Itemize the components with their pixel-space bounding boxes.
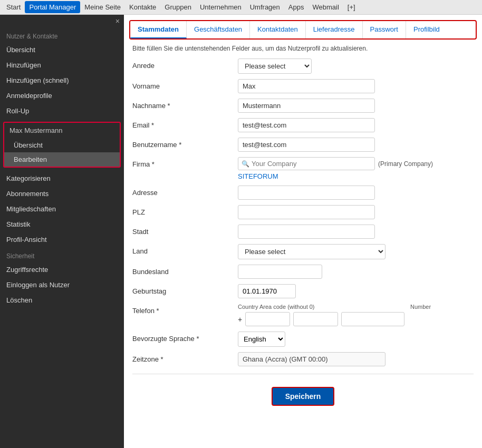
sidebar-item-mitgliedschaften[interactable]: Mitgliedschaften — [0, 201, 124, 217]
adresse-row: Adresse — [132, 186, 474, 200]
geburtstag-label: Geburtstag — [132, 284, 238, 295]
form-divider — [132, 374, 474, 374]
phone-country-label: Country Area code (without 0) — [238, 304, 406, 310]
nav-unternehmen[interactable]: Unternehmen — [196, 1, 246, 13]
tab-lieferadresse[interactable]: Lieferadresse — [306, 21, 363, 38]
nachname-control — [238, 99, 474, 113]
save-btn-row: Speichern — [132, 382, 474, 416]
geburtstag-input[interactable] — [238, 284, 296, 298]
nachname-label: Nachname * — [132, 99, 238, 110]
sidebar-item-ubersicht-top[interactable]: Übersicht — [0, 42, 124, 57]
bundesland-row: Bundesland — [132, 265, 474, 279]
benutzername-row: Benutzername * — [132, 138, 474, 152]
sidebar-item-hinzufugen[interactable]: Hinzufügen — [0, 57, 124, 73]
sidebar-item-roll-up[interactable]: Roll-Up — [0, 103, 124, 119]
anrede-select[interactable]: Please select — [238, 59, 312, 74]
nav-plus[interactable]: [+] — [343, 1, 360, 13]
tab-passwort[interactable]: Passwort — [363, 21, 406, 38]
stadt-label: Stadt — [132, 225, 238, 236]
phone-number-input[interactable] — [341, 312, 404, 326]
sidebar-item-loschen[interactable]: Löschen — [0, 293, 124, 308]
sidebar: × Nutzer & Kontakte Übersicht Hinzufügen… — [0, 15, 124, 448]
tab-profilbild[interactable]: Profilbild — [406, 21, 447, 38]
plz-label: PLZ — [132, 205, 238, 216]
tab-kontaktdaten[interactable]: Kontaktdaten — [250, 21, 306, 38]
telefon-control: Country Area code (without 0) Number + — [238, 304, 474, 326]
sidebar-item-ubersicht-user[interactable]: Übersicht — [4, 138, 120, 152]
anrede-label: Anrede — [132, 59, 238, 70]
stadt-control — [238, 225, 474, 239]
zeitzone-input[interactable] — [238, 352, 385, 366]
land-label: Land — [132, 244, 238, 255]
geburtstag-row: Geburtstag — [132, 284, 474, 298]
telefon-row: Telefon * Country Area code (without 0) … — [132, 304, 474, 326]
phone-inputs: + — [238, 312, 474, 326]
sidebar-close-button[interactable]: × — [0, 15, 124, 27]
sidebar-item-statistik[interactable]: Statistik — [0, 217, 124, 232]
plz-row: PLZ — [132, 205, 474, 219]
anrede-row: Anrede Please select — [132, 59, 474, 74]
bundesland-control — [238, 265, 474, 279]
land-select[interactable]: Please select — [238, 244, 385, 259]
sidebar-item-anmeldeprofile[interactable]: Anmeldeprofile — [0, 88, 124, 103]
tab-geschaftsdaten[interactable]: Geschäftsdaten — [187, 21, 250, 38]
sidebar-user-group-header: Max Mustermann — [4, 123, 120, 138]
geburtstag-control — [238, 284, 474, 298]
stadt-row: Stadt — [132, 225, 474, 239]
siteforum-link[interactable]: SITEFORUM — [238, 172, 278, 180]
email-label: Email * — [132, 118, 238, 129]
plz-input[interactable] — [238, 205, 375, 219]
sidebar-item-zugriffsrechte[interactable]: Zugriffsrechte — [0, 262, 124, 277]
benutzername-control — [238, 138, 474, 152]
main-content: Stammdaten Geschäftsdaten Kontaktdaten L… — [124, 15, 482, 448]
sidebar-section-nutzer: Nutzer & Kontakte — [0, 27, 124, 42]
email-row: Email * — [132, 118, 474, 132]
email-control — [238, 118, 474, 132]
vorname-control — [238, 79, 474, 93]
company-input-wrap[interactable]: 🔍 — [238, 157, 375, 170]
nachname-input[interactable] — [238, 99, 375, 113]
sprache-select[interactable]: English — [238, 332, 285, 347]
adresse-control — [238, 186, 474, 200]
top-nav: Start Portal Manager Meine Seite Kontakt… — [0, 0, 482, 15]
sidebar-item-einloggen[interactable]: Einloggen als Nutzer — [0, 277, 124, 293]
land-row: Land Please select — [132, 244, 474, 259]
nav-gruppen[interactable]: Gruppen — [160, 1, 196, 13]
tabs-bar: Stammdaten Geschäftsdaten Kontaktdaten L… — [129, 20, 477, 40]
bundesland-label: Bundesland — [132, 265, 238, 276]
save-button[interactable]: Speichern — [272, 387, 335, 406]
sidebar-item-abonnements[interactable]: Abonnements — [0, 186, 124, 201]
nav-portal-manager[interactable]: Portal Manager — [25, 1, 80, 13]
email-input[interactable] — [238, 118, 375, 132]
benutzername-input[interactable] — [238, 138, 375, 152]
nav-kontakte[interactable]: Kontakte — [125, 1, 160, 13]
form-description: Bitte füllen Sie die untenstehenden Feld… — [132, 45, 474, 52]
primary-company-label: (Primary Company) — [378, 160, 433, 168]
stadt-input[interactable] — [238, 225, 375, 239]
search-icon: 🔍 — [242, 160, 249, 168]
plz-control — [238, 205, 474, 219]
company-input[interactable] — [252, 160, 371, 168]
phone-number-label: Number — [410, 304, 474, 310]
adresse-input[interactable] — [238, 186, 375, 200]
sidebar-item-profil-ansicht[interactable]: Profil-Ansicht — [0, 232, 124, 247]
telefon-label: Telefon * — [132, 304, 238, 315]
bundesland-input[interactable] — [238, 265, 322, 279]
nav-meine-seite[interactable]: Meine Seite — [80, 1, 125, 13]
nav-start[interactable]: Start — [2, 1, 25, 13]
sidebar-item-kategorisieren[interactable]: Kategorisieren — [0, 171, 124, 186]
vorname-input[interactable] — [238, 79, 375, 93]
tab-stammdaten[interactable]: Stammdaten — [130, 21, 187, 38]
sidebar-item-bearbeiten[interactable]: Bearbeiten — [4, 152, 120, 167]
nachname-row: Nachname * — [132, 99, 474, 113]
benutzername-label: Benutzername * — [132, 138, 238, 149]
land-control: Please select — [238, 244, 474, 259]
sidebar-item-hinzufugen-schnell[interactable]: Hinzufügen (schnell) — [0, 73, 124, 88]
nav-apps[interactable]: Apps — [284, 1, 309, 13]
sprache-row: Bevorzugte Sprache * English — [132, 332, 474, 347]
phone-area-input[interactable] — [293, 312, 338, 326]
nav-webmail[interactable]: Webmail — [308, 1, 343, 13]
phone-country-input[interactable] — [245, 312, 290, 326]
nav-umfragen[interactable]: Umfragen — [246, 1, 284, 13]
vorname-label: Vorname — [132, 79, 238, 90]
